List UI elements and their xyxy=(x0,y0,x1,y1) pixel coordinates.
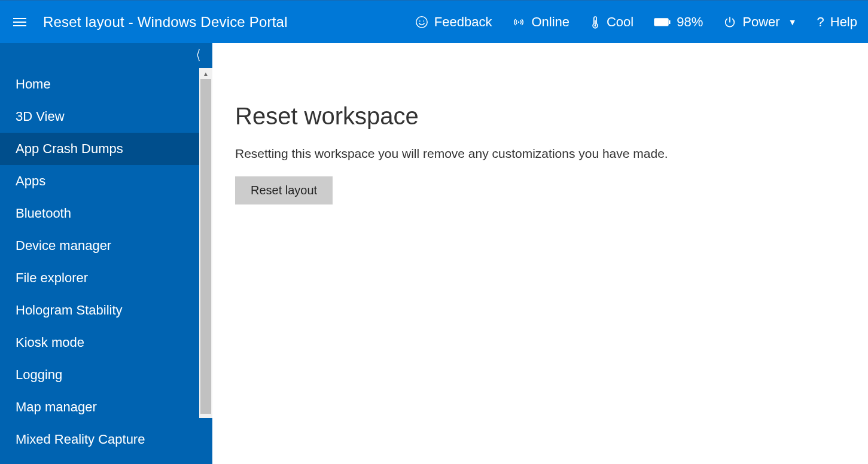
sidebar-item-hologram-stability[interactable]: Hologram Stability xyxy=(0,294,212,326)
sidebar-item-file-explorer[interactable]: File explorer xyxy=(0,262,212,294)
scroll-thumb[interactable] xyxy=(200,79,211,414)
main-content: Reset workspace Resetting this workspace… xyxy=(212,43,868,464)
feedback-button[interactable]: Feedback xyxy=(415,14,492,30)
scroll-up-arrow-icon[interactable]: ▲ xyxy=(199,68,212,79)
power-menu[interactable]: Power ▼ xyxy=(723,14,796,30)
sidebar-item-map-manager[interactable]: Map manager xyxy=(0,391,212,423)
battery-status[interactable]: 98% xyxy=(654,14,703,30)
reset-layout-button[interactable]: Reset layout xyxy=(235,176,333,204)
page-title: Reset layout - Windows Device Portal xyxy=(43,14,288,30)
sidebar-item-3d-view[interactable]: 3D View xyxy=(0,100,212,133)
power-label: Power xyxy=(742,14,779,30)
sidebar-item-label: Bluetooth xyxy=(16,206,71,221)
sidebar-collapse-button[interactable]: 〈 xyxy=(0,43,212,68)
top-bar: Reset layout - Windows Device Portal Fee… xyxy=(0,0,868,43)
sidebar-item-label: App Crash Dumps xyxy=(16,141,123,156)
temperature-status[interactable]: Cool xyxy=(590,14,634,30)
sidebar: 〈 Home3D ViewApp Crash DumpsAppsBluetoot… xyxy=(0,43,212,464)
sidebar-item-label: File explorer xyxy=(16,270,88,285)
scroll-track[interactable] xyxy=(199,79,212,418)
svg-rect-7 xyxy=(669,20,671,24)
sidebar-item-label: Device manager xyxy=(16,238,111,253)
sidebar-nav: Home3D ViewApp Crash DumpsAppsBluetoothD… xyxy=(0,68,212,456)
sidebar-item-apps[interactable]: Apps xyxy=(0,165,212,197)
svg-rect-6 xyxy=(654,19,668,26)
sidebar-item-mixed-reality-capture[interactable]: Mixed Reality Capture xyxy=(0,423,212,456)
smiley-icon xyxy=(415,16,428,29)
battery-icon xyxy=(654,17,671,27)
sidebar-item-device-manager[interactable]: Device manager xyxy=(0,230,212,262)
help-label: Help xyxy=(830,14,857,30)
sidebar-item-label: Map manager xyxy=(16,399,97,414)
chevron-down-icon: ▼ xyxy=(788,17,797,27)
svg-point-1 xyxy=(419,20,421,22)
online-label: Online xyxy=(531,14,569,30)
main-description: Resetting this workspace you will remove… xyxy=(235,146,868,161)
sidebar-item-label: Home xyxy=(16,77,51,91)
main-heading: Reset workspace xyxy=(235,103,868,130)
broadcast-icon xyxy=(512,16,525,29)
sidebar-item-label: Apps xyxy=(16,173,45,188)
power-icon xyxy=(723,16,736,29)
sidebar-scrollbar[interactable]: ▲ xyxy=(199,68,212,418)
sidebar-item-label: Kiosk mode xyxy=(16,335,84,350)
svg-point-3 xyxy=(518,22,519,23)
temperature-label: Cool xyxy=(607,14,634,30)
online-status[interactable]: Online xyxy=(512,14,569,30)
sidebar-item-label: Mixed Reality Capture xyxy=(16,432,145,447)
status-group: Feedback Online Cool 98% xyxy=(415,14,857,30)
sidebar-item-app-crash-dumps[interactable]: App Crash Dumps xyxy=(0,133,212,165)
feedback-label: Feedback xyxy=(434,14,492,30)
sidebar-item-kiosk-mode[interactable]: Kiosk mode xyxy=(0,326,212,359)
hamburger-menu-icon[interactable] xyxy=(13,18,26,26)
sidebar-item-label: Hologram Stability xyxy=(16,303,123,318)
question-icon: ? xyxy=(817,14,824,30)
sidebar-item-logging[interactable]: Logging xyxy=(0,359,212,391)
svg-point-2 xyxy=(423,20,424,22)
chevron-left-icon: 〈 xyxy=(191,47,200,65)
sidebar-item-label: 3D View xyxy=(16,109,65,124)
sidebar-item-home[interactable]: Home xyxy=(0,68,212,100)
thermometer-icon xyxy=(590,15,601,29)
help-button[interactable]: ? Help xyxy=(817,14,858,30)
sidebar-item-label: Logging xyxy=(16,367,62,382)
battery-label: 98% xyxy=(677,14,703,30)
svg-point-0 xyxy=(416,17,427,28)
sidebar-item-bluetooth[interactable]: Bluetooth xyxy=(0,197,212,230)
